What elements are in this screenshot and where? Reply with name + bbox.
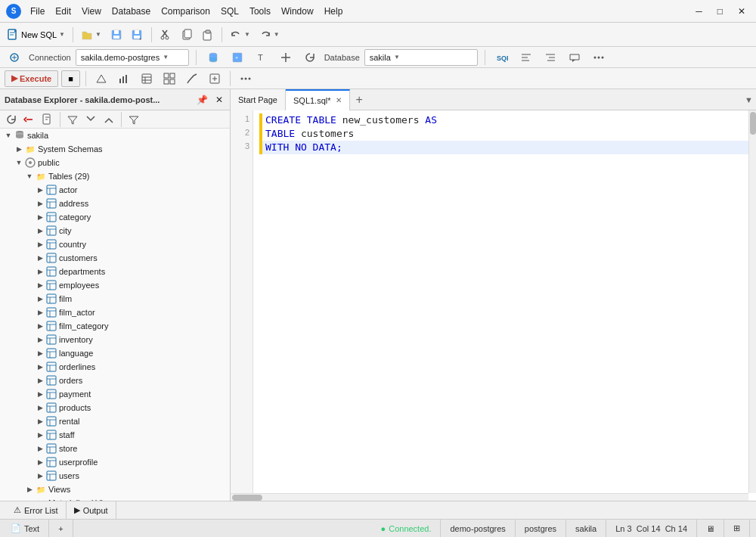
horizontal-scrollbar[interactable] [231, 493, 748, 501]
code-content[interactable]: CREATE TABLE new_customers AS TABLE cust… [253, 110, 756, 501]
horizontal-scrollbar-thumb[interactable] [232, 495, 262, 501]
tree-table-userprofile[interactable]: userprofile [0, 455, 230, 469]
close-button[interactable]: ✕ [733, 5, 750, 18]
tab-overflow-arrow[interactable]: ▼ [740, 95, 756, 104]
country-arrow[interactable] [35, 238, 45, 250]
sql-format-button[interactable]: SQL [492, 48, 512, 67]
sidebar-filter-groups-btn[interactable] [64, 110, 81, 129]
cut-button[interactable] [156, 26, 175, 44]
matviews-arrow[interactable] [24, 497, 35, 501]
save-button[interactable] [107, 26, 126, 44]
copy-button[interactable] [177, 26, 197, 44]
city-arrow[interactable] [35, 225, 45, 237]
userprofile-arrow[interactable] [35, 456, 45, 468]
tree-table-film[interactable]: film [0, 292, 230, 306]
vertical-scrollbar-thumb[interactable] [750, 112, 756, 135]
status-add-button[interactable]: + [49, 520, 73, 537]
tree-table-payment[interactable]: payment [0, 387, 230, 401]
sidebar-expand-btn[interactable] [101, 110, 117, 129]
sidebar-close-icon[interactable]: ✕ [213, 94, 225, 106]
menu-file[interactable]: File [30, 6, 45, 17]
bottom-tab-output[interactable]: ▶ Output [67, 501, 116, 520]
more-button[interactable] [589, 48, 609, 67]
tree-table-address[interactable]: address [0, 197, 230, 210]
tab-start-page[interactable]: Start Page [231, 89, 286, 110]
inventory-arrow[interactable] [35, 334, 45, 346]
open-dropdown-icon[interactable]: ▼ [95, 31, 101, 38]
tree-table-orders[interactable]: orders [0, 374, 230, 387]
tab-add-button[interactable]: + [350, 93, 369, 107]
tree-table-departments[interactable]: departments [0, 265, 230, 278]
bottom-tab-error-list[interactable]: ⚠ Error List [6, 501, 67, 520]
tree-table-staff[interactable]: staff [0, 428, 230, 442]
sidebar-new-btn[interactable] [39, 110, 56, 129]
tree-table-products[interactable]: products [0, 401, 230, 414]
exec-table[interactable] [137, 70, 156, 88]
tree-table-country[interactable]: country [0, 237, 230, 251]
tab-sql1[interactable]: SQL1.sql* ✕ [286, 89, 350, 110]
tree-table-rental[interactable]: rental [0, 414, 230, 428]
public-arrow[interactable] [14, 157, 24, 169]
paste-button[interactable] [198, 26, 218, 44]
tree-table-actor[interactable]: actor [0, 183, 230, 197]
menu-tools[interactable]: Tools [249, 6, 271, 17]
undo-button[interactable]: ▼ [226, 26, 254, 44]
sidebar-refresh-btn[interactable] [3, 110, 20, 129]
rental-arrow[interactable] [35, 415, 45, 427]
orderlines-arrow[interactable] [35, 361, 45, 373]
tree-root[interactable]: sakila [0, 129, 230, 142]
film-category-arrow[interactable] [35, 320, 45, 332]
sidebar-collapse-btn[interactable] [82, 110, 99, 129]
vertical-scrollbar[interactable] [748, 110, 756, 493]
status-icon-1[interactable]: 🖥 [697, 520, 724, 537]
exec-export[interactable] [205, 70, 225, 88]
db-action-2[interactable]: + [228, 48, 247, 67]
tab-sql1-close[interactable]: ✕ [336, 96, 342, 104]
store-arrow[interactable] [35, 442, 45, 455]
address-arrow[interactable] [35, 197, 45, 210]
employees-arrow[interactable] [35, 279, 45, 291]
tree-table-film-actor[interactable]: film_actor [0, 306, 230, 319]
comment-button[interactable] [565, 48, 584, 67]
tree-table-orderlines[interactable]: orderlines [0, 360, 230, 374]
tree-system-schemas[interactable]: 📁 System Schemas [0, 142, 230, 156]
tree-table-customers[interactable]: customers [0, 251, 230, 265]
indent-button[interactable] [516, 48, 536, 67]
undo-dropdown-icon[interactable]: ▼ [244, 31, 250, 38]
tree-table-store[interactable]: store [0, 442, 230, 455]
views-arrow[interactable] [24, 483, 35, 495]
exec-grid[interactable] [160, 70, 179, 88]
minimize-button[interactable]: ─ [691, 5, 707, 18]
actor-arrow[interactable] [35, 184, 45, 196]
window-controls[interactable]: ─ □ ✕ [691, 5, 750, 18]
tree-table-film-category[interactable]: film_category [0, 319, 230, 333]
tables-arrow[interactable] [24, 170, 35, 182]
connect-button[interactable] [5, 48, 24, 67]
open-file-button[interactable]: ▼ [77, 26, 105, 44]
exec-chart[interactable] [182, 70, 202, 88]
sidebar-pin-icon[interactable]: 📌 [194, 94, 210, 106]
tree-table-users[interactable]: users [0, 469, 230, 483]
menu-view[interactable]: View [82, 6, 101, 17]
tree-views[interactable]: 📁 Views [0, 483, 230, 496]
redo-button[interactable]: ▼ [256, 26, 284, 44]
db-action-4[interactable] [276, 48, 296, 67]
tree-table-category[interactable]: category [0, 210, 230, 224]
category-arrow[interactable] [35, 211, 45, 223]
menu-help[interactable]: Help [324, 6, 343, 17]
execute-button[interactable]: ▶ Execute [5, 70, 58, 87]
tree-table-city[interactable]: city [0, 224, 230, 237]
customers-arrow[interactable] [35, 252, 45, 264]
sidebar-filter-btn[interactable] [125, 110, 142, 129]
new-sql-button[interactable]: New SQL ▼ [3, 26, 69, 44]
connection-dropdown[interactable]: sakila.demo-postgres ▼ [76, 49, 189, 66]
sidebar-tree[interactable]: sakila 📁 System Schemas public 📁 Tables [0, 129, 230, 501]
code-editor[interactable]: 1 2 3 CREATE TABLE new_customers AS TABL… [231, 110, 756, 501]
exec-explain[interactable] [91, 70, 111, 88]
stop-button[interactable]: ■ [61, 70, 80, 87]
database-dropdown[interactable]: sakila ▼ [364, 49, 478, 66]
menu-comparison[interactable]: Comparison [161, 6, 210, 17]
tree-table-employees[interactable]: employees [0, 278, 230, 292]
products-arrow[interactable] [35, 402, 45, 414]
exec-profiler[interactable] [114, 70, 134, 88]
